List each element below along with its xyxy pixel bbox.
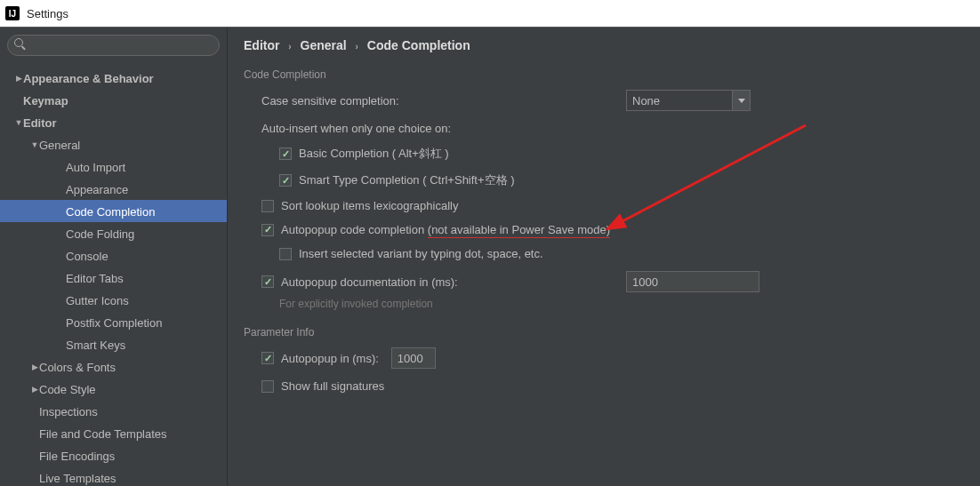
sidebar-item-label: Code Style	[39, 383, 96, 396]
breadcrumb-part: General	[301, 38, 347, 52]
sidebar-item-label: Code Completion	[66, 205, 155, 219]
breadcrumb-sep: ›	[356, 42, 358, 52]
sidebar-item-label: Live Templates	[39, 472, 116, 485]
show-full-signatures-checkbox[interactable]	[261, 380, 274, 393]
sidebar-item-file-and-code-templates[interactable]: File and Code Templates	[0, 422, 227, 444]
chevron-right-icon: ▶	[30, 356, 39, 378]
autopopup-doc-label: Autopopup documentation in (ms):	[281, 275, 458, 289]
sidebar-item-label: Smart Keys	[66, 339, 125, 352]
sidebar-item-label: Code Folding	[66, 227, 134, 241]
sidebar-item-appearance[interactable]: Appearance	[0, 178, 227, 200]
case-sensitive-value: None	[632, 94, 660, 108]
smart-type-completion-label: Smart Type Completion ( Ctrl+Shift+空格 )	[299, 172, 515, 188]
sidebar-item-label: Appearance & Behavior	[23, 72, 154, 85]
param-autopopup-input[interactable]	[391, 347, 436, 369]
chevron-down-icon: ▼	[14, 112, 23, 134]
main-panel: Editor › General › Code Completion Code …	[228, 28, 980, 486]
chevron-right-icon: ▶	[30, 378, 39, 401]
sort-lookup-label: Sort lookup items lexicographically	[281, 199, 458, 212]
sidebar: ▶Appearance & BehaviorKeymap▼Editor▼Gene…	[0, 28, 228, 486]
sidebar-item-smart-keys[interactable]: Smart Keys	[0, 333, 227, 355]
sidebar-item-console[interactable]: Console	[0, 244, 227, 267]
sidebar-item-label: Postfix Completion	[66, 316, 162, 330]
sidebar-item-auto-import[interactable]: Auto Import	[0, 155, 227, 178]
sidebar-item-code-style[interactable]: ▶Code Style	[0, 378, 227, 400]
sidebar-item-label: Console	[66, 250, 108, 263]
sidebar-item-label: File and Code Templates	[39, 427, 167, 441]
autopopup-doc-input[interactable]	[626, 271, 759, 292]
sidebar-item-code-completion[interactable]: Code Completion	[0, 200, 227, 222]
sidebar-item-label: Gutter Icons	[66, 294, 129, 307]
settings-tree: ▶Appearance & BehaviorKeymap▼Editor▼Gene…	[0, 63, 227, 486]
autopopup-doc-checkbox[interactable]	[261, 275, 274, 288]
search-input[interactable]	[7, 35, 220, 56]
sidebar-item-label: Editor Tabs	[66, 272, 124, 285]
sort-lookup-checkbox[interactable]	[261, 200, 274, 212]
breadcrumb-part: Editor	[244, 38, 279, 52]
search-icon	[14, 38, 27, 51]
title-bar: IJ Settings	[0, 0, 980, 27]
sidebar-item-label: Keymap	[23, 94, 68, 108]
chevron-down-icon: ▼	[30, 134, 39, 156]
sidebar-item-editor[interactable]: ▼Editor	[0, 111, 227, 133]
param-autopopup-label: Autopopup in (ms):	[281, 352, 379, 365]
sidebar-item-label: Colors & Fonts	[39, 361, 116, 374]
breadcrumb-part: Code Completion	[367, 38, 470, 52]
basic-completion-checkbox[interactable]	[279, 147, 292, 160]
window-title: Settings	[27, 7, 68, 20]
sidebar-item-label: Appearance	[66, 183, 128, 196]
case-sensitive-label: Case sensitive completion:	[261, 94, 399, 108]
autopopup-doc-hint: For explicitly invoked completion	[244, 298, 964, 310]
app-icon: IJ	[5, 6, 20, 20]
sidebar-item-live-templates[interactable]: Live Templates	[0, 466, 227, 486]
sidebar-item-label: Inspections	[39, 405, 98, 418]
sidebar-item-colors-fonts[interactable]: ▶Colors & Fonts	[0, 355, 227, 378]
autopopup-code-completion-checkbox[interactable]	[261, 224, 274, 236]
sidebar-item-label: Editor	[23, 116, 57, 130]
sidebar-item-inspections[interactable]: Inspections	[0, 400, 227, 422]
show-full-signatures-label: Show full signatures	[281, 379, 384, 393]
dropdown-arrow-icon[interactable]	[733, 90, 751, 111]
autopopup-code-completion-label: Autopopup code completion (not available…	[281, 223, 610, 236]
sidebar-item-editor-tabs[interactable]: Editor Tabs	[0, 267, 227, 289]
auto-insert-label: Auto-insert when only one choice on:	[261, 122, 451, 135]
breadcrumb: Editor › General › Code Completion	[244, 38, 964, 52]
section-title-code-completion: Code Completion	[244, 68, 964, 81]
sidebar-item-file-encodings[interactable]: File Encodings	[0, 444, 227, 466]
insert-variant-checkbox[interactable]	[279, 248, 292, 260]
sidebar-item-label: Auto Import	[66, 161, 125, 174]
breadcrumb-sep: ›	[288, 42, 291, 52]
section-title-parameter-info: Parameter Info	[244, 326, 964, 339]
insert-variant-label: Insert selected variant by typing dot, s…	[299, 247, 543, 260]
param-autopopup-checkbox[interactable]	[261, 352, 274, 364]
sidebar-item-general[interactable]: ▼General	[0, 133, 227, 155]
case-sensitive-select[interactable]: None	[626, 90, 751, 111]
smart-type-completion-checkbox[interactable]	[279, 174, 292, 187]
sidebar-item-postfix-completion[interactable]: Postfix Completion	[0, 311, 227, 333]
sidebar-item-appearance-behavior[interactable]: ▶Appearance & Behavior	[0, 67, 227, 89]
sidebar-item-keymap[interactable]: Keymap	[0, 89, 227, 111]
chevron-right-icon: ▶	[14, 68, 23, 90]
sidebar-item-code-folding[interactable]: Code Folding	[0, 222, 227, 244]
search-box[interactable]	[7, 35, 220, 56]
sidebar-item-label: File Encodings	[39, 450, 115, 463]
sidebar-item-gutter-icons[interactable]: Gutter Icons	[0, 289, 227, 311]
basic-completion-label: Basic Completion ( Alt+斜杠 )	[299, 146, 449, 162]
autopopup-note: (not available in Power Save mode)	[428, 223, 610, 238]
sidebar-item-label: General	[39, 139, 80, 152]
